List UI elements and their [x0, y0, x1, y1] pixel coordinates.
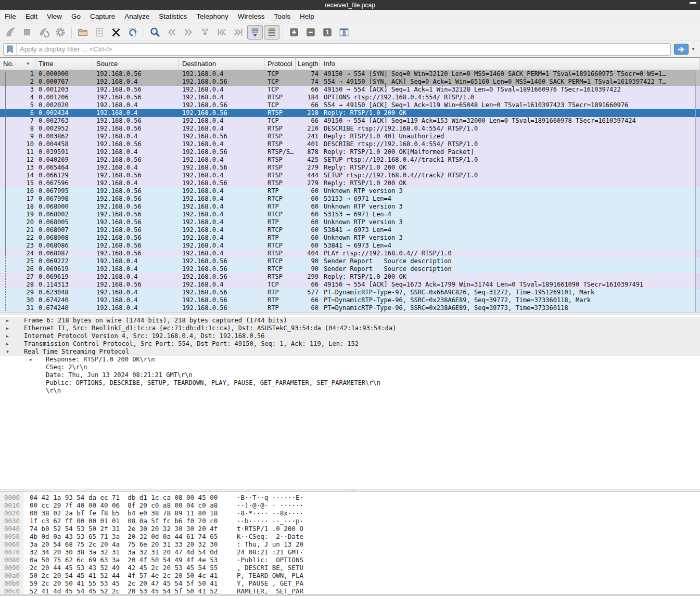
packet-row-28[interactable]: 280.114313192.168.0.56192.168.0.4TCP6649… — [0, 281, 695, 289]
packet-row-2[interactable]: 20.000767192.168.0.4192.168.0.56TCP74554… — [0, 78, 695, 86]
packet-row-27[interactable]: 270.069619192.168.0.4192.168.0.56RTSP299… — [0, 273, 695, 281]
hex-row-0060[interactable]: 00603a 20 54 68 75 2c 20 4a 75 6e 20 31 … — [0, 540, 700, 548]
detail-row[interactable]: ▶Transmission Control Protocol, Src Port… — [0, 340, 700, 348]
detail-row[interactable]: \r\n — [0, 387, 700, 395]
capture-options-button[interactable] — [53, 25, 68, 40]
go-back-button[interactable] — [164, 25, 180, 40]
packet-row-10[interactable]: 100.004458192.168.0.56192.168.0.4RTSP401… — [0, 140, 695, 148]
packet-row-29[interactable]: 290.623048192.168.0.4192.168.0.56RTP577P… — [0, 289, 695, 296]
colorize-button[interactable] — [264, 25, 279, 40]
packet-row-15[interactable]: 150.067596192.168.0.4192.168.0.56RTSP279… — [0, 179, 695, 187]
packet-row-24[interactable]: 240.068087192.168.0.56192.168.0.4RTSP404… — [0, 250, 695, 257]
hex-row-0010[interactable]: 001000 cc 29 7f 40 00 40 06 8f 20 c0 a8 … — [0, 501, 700, 509]
packet-row-1[interactable]: 10.000000192.168.0.56192.168.0.4TCP74491… — [0, 70, 695, 78]
packet-row-7[interactable]: 70.002763192.168.0.56192.168.0.4TCP66491… — [0, 117, 695, 125]
menu-edit[interactable]: Edit — [21, 11, 42, 21]
detail-row[interactable]: ▼Real Time Streaming Protocol — [0, 348, 700, 356]
packet-row-5[interactable]: 50.002020192.168.0.4192.168.0.56TCP66554… — [0, 101, 695, 109]
hex-row-0000[interactable]: 000004 42 1a 93 54 da ec 71 db d1 1c ca … — [0, 494, 700, 501]
reload-file-button[interactable] — [125, 25, 141, 40]
detail-row[interactable]: ▶Response: RTSP/1.0 200 OK\r\n — [0, 356, 700, 364]
display-filter-input[interactable] — [17, 45, 670, 53]
display-filter-field[interactable] — [3, 43, 671, 56]
packet-row-6[interactable]: 60.002434192.168.0.4192.168.0.56RTSP218R… — [0, 109, 695, 117]
go-last-packet-button[interactable] — [231, 25, 246, 40]
packet-row-13[interactable]: 130.065464192.168.0.4192.168.0.56RTSP279… — [0, 164, 695, 172]
intelligent-scrollbar[interactable] — [696, 70, 700, 312]
resize-columns-button[interactable] — [336, 25, 352, 40]
hex-row-0070[interactable]: 007032 34 20 30 38 3a 32 31 3a 32 31 20 … — [0, 548, 700, 556]
packet-row-14[interactable]: 140.066129192.168.0.56192.168.0.4RTSP444… — [0, 172, 695, 179]
packet-row-3[interactable]: 30.001203192.168.0.56192.168.0.4TCP66491… — [0, 86, 695, 94]
hex-row-0080[interactable]: 00800a 50 75 62 6c 69 63 3a 20 4f 50 54 … — [0, 556, 700, 564]
expand-right-icon[interactable]: ▶ — [30, 356, 46, 364]
apply-filter-button[interactable] — [674, 44, 689, 55]
find-packet-button[interactable] — [147, 25, 163, 40]
hex-row-0030[interactable]: 00301f c3 62 ff 00 00 01 01 08 0a 5f fc … — [0, 517, 700, 525]
menu-file[interactable]: File — [0, 11, 21, 21]
menu-statistics[interactable]: Statistics — [154, 11, 192, 21]
close-file-button[interactable] — [108, 25, 124, 40]
go-to-packet-button[interactable] — [197, 25, 213, 40]
expand-right-icon[interactable]: ▶ — [6, 332, 24, 340]
column-header-info[interactable]: Info — [320, 58, 700, 70]
packet-row-19[interactable]: 190.068002192.168.0.56192.168.0.4RTCP605… — [0, 211, 695, 218]
restart-capture-button[interactable] — [36, 25, 52, 40]
detail-row[interactable]: Date: Thu, Jun 13 2024 08:21:21 GMT\r\n — [0, 371, 700, 379]
packet-row-8[interactable]: 80.002952192.168.0.56192.168.0.4RTSP210D… — [0, 125, 695, 133]
filter-dropdown-caret[interactable]: ▼ — [691, 47, 695, 51]
save-file-button[interactable] — [92, 25, 107, 40]
zoom-in-button[interactable] — [286, 25, 302, 40]
packet-row-26[interactable]: 260.069619192.168.0.4192.168.0.56RTCP90S… — [0, 265, 695, 273]
start-capture-button[interactable] — [3, 25, 18, 40]
menu-tools[interactable]: Tools — [270, 11, 296, 21]
packet-row-30[interactable]: 300.674240192.168.0.4192.168.0.56RTP66PT… — [0, 296, 695, 304]
packet-row-25[interactable]: 250.069222192.168.0.4192.168.0.56RTCP90S… — [0, 257, 695, 265]
stop-capture-button[interactable] — [19, 25, 35, 40]
detail-row[interactable]: Public: OPTIONS, DESCRIBE, SETUP, TEARDO… — [0, 379, 700, 387]
zoom-out-button[interactable] — [303, 25, 319, 40]
menu-telephony[interactable]: Telephony — [192, 11, 233, 21]
go-forward-button[interactable] — [181, 25, 196, 40]
go-first-packet-button[interactable] — [214, 25, 230, 40]
zoom-original-button[interactable]: 1 — [320, 25, 335, 40]
column-header-source[interactable]: Source — [93, 58, 179, 70]
detail-row[interactable]: ▶Internet Protocol Version 4, Src: 192.1… — [0, 332, 700, 340]
packet-row-4[interactable]: 40.001206192.168.0.56192.168.0.4RTSP184O… — [0, 94, 695, 101]
minimize-button[interactable] — [690, 2, 696, 4]
packet-row-18[interactable]: 180.068000192.168.0.56192.168.0.4RTP60Un… — [0, 203, 695, 211]
packet-row-17[interactable]: 170.067998192.168.0.56192.168.0.4RTCP605… — [0, 195, 695, 203]
expand-right-icon[interactable]: ▶ — [6, 325, 24, 332]
hex-row-00c0[interactable]: 00c052 41 4d 45 54 45 52 2c 20 53 45 54 … — [0, 587, 700, 595]
column-header-time[interactable]: Time — [35, 58, 93, 70]
detail-row[interactable]: ▶Frame 6: 218 bytes on wire (1744 bits),… — [0, 317, 700, 325]
packet-row-23[interactable]: 230.068086192.168.0.56192.168.0.4RTCP605… — [0, 242, 695, 250]
packet-row-31[interactable]: 310.674240192.168.0.4192.168.0.56RTP60PT… — [0, 304, 695, 312]
menu-help[interactable]: Help — [295, 11, 319, 21]
packet-row-9[interactable]: 90.003862192.168.0.4192.168.0.56RTSP241R… — [0, 133, 695, 140]
menu-wireless[interactable]: Wireless — [233, 11, 270, 21]
packet-row-22[interactable]: 220.068008192.168.0.56192.168.0.4RTP60Un… — [0, 234, 695, 242]
expand-right-icon[interactable]: ▶ — [6, 317, 24, 325]
menu-go[interactable]: Go — [67, 11, 85, 21]
packet-row-12[interactable]: 120.040269192.168.0.56192.168.0.4RTSP425… — [0, 156, 695, 164]
filter-bookmark-icon[interactable] — [4, 44, 17, 55]
hex-row-0090[interactable]: 00902c 20 44 45 53 43 52 49 42 45 2c 20 … — [0, 564, 700, 572]
menu-capture[interactable]: Capture — [85, 11, 120, 21]
packet-row-11[interactable]: 110.039591192.168.0.4192.168.0.56RTSP/S…… — [0, 148, 695, 156]
column-header-protocol[interactable]: Protocol — [264, 58, 296, 70]
column-header-destination[interactable]: Destination — [179, 58, 264, 70]
hex-row-0050[interactable]: 00504b 0d 0a 43 53 65 71 3a 20 32 0d 0a … — [0, 533, 700, 540]
menu-analyze[interactable]: Analyze — [120, 11, 154, 21]
detail-row[interactable]: CSeq: 2\r\n — [0, 364, 700, 371]
packet-row-20[interactable]: 200.068005192.168.0.56192.168.0.4RTP60Un… — [0, 218, 695, 226]
column-header-length[interactable]: Length — [296, 58, 320, 70]
hex-row-00b0[interactable]: 00b059 2c 20 50 41 55 53 45 2c 20 47 45 … — [0, 579, 700, 587]
open-file-button[interactable] — [75, 25, 91, 40]
hex-row-0020[interactable]: 002000 38 02 2a bf fe f8 b5 b4 e0 38 78 … — [0, 509, 700, 517]
expand-down-icon[interactable]: ▼ — [6, 348, 24, 356]
expand-right-icon[interactable]: ▶ — [6, 340, 24, 348]
hex-row-0040[interactable]: 004074 b0 52 54 53 50 2f 31 2e 30 20 32 … — [0, 525, 700, 533]
packet-row-16[interactable]: 160.067995192.168.0.56192.168.0.4RTP60Un… — [0, 187, 695, 195]
packet-row-21[interactable]: 210.068007192.168.0.56192.168.0.4RTCP605… — [0, 226, 695, 234]
